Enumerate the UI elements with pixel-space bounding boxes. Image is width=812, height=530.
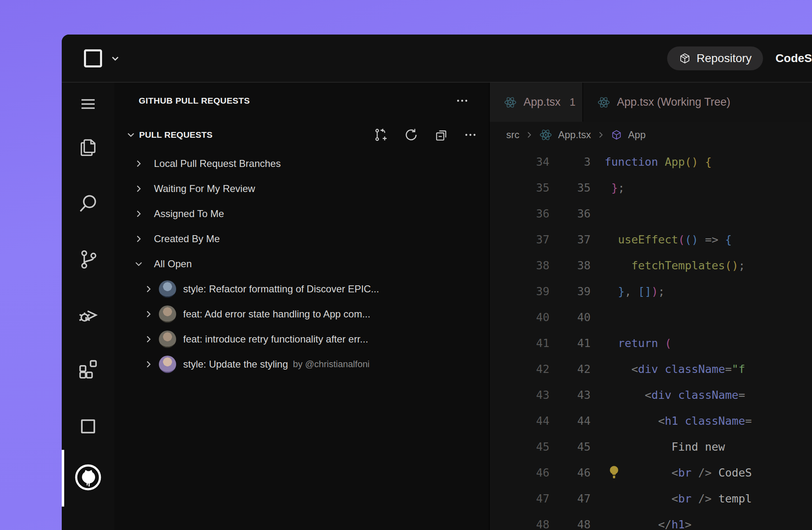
old-line-number: 39	[490, 285, 549, 298]
tree-category-created-by-me[interactable]: Created By Me	[114, 226, 489, 251]
title-bar: Repository CodeS	[62, 35, 812, 83]
code-line[interactable]: 3737 useEffect(() => {	[490, 227, 812, 252]
active-indicator	[62, 450, 64, 507]
pr-item[interactable]: feat: Add error state handling to App co…	[114, 301, 489, 326]
tab-app-tsx[interactable]: App.tsx1	[490, 83, 582, 122]
code-area[interactable]: 343function App() {3535 };36363737 useEf…	[490, 148, 812, 530]
breadcrumb-item-app-tsx[interactable]: App.tsx	[558, 129, 591, 141]
old-line-number: 42	[490, 363, 549, 375]
chevron-right-icon	[143, 285, 154, 294]
code-line[interactable]: 4242 <div className="f	[490, 356, 812, 382]
old-line-number: 43	[490, 389, 549, 401]
code-text: <br /> CodeS	[605, 466, 752, 479]
pr-title: style: Refactor formatting of Discover E…	[183, 283, 379, 295]
pr-title: feat: Add error state handling to App co…	[183, 308, 370, 320]
new-line-number: 42	[549, 363, 591, 375]
code-line[interactable]: 4343 <div className=	[490, 382, 812, 408]
symbol-cube-icon	[611, 129, 622, 141]
tree-category-local-pull-request-branches[interactable]: Local Pull Request Branches	[114, 151, 489, 176]
tree-category-waiting-for-my-review[interactable]: Waiting For My Review	[114, 176, 489, 201]
chevron-down-icon[interactable]	[110, 53, 120, 63]
create-pull-request-icon[interactable]	[373, 127, 389, 143]
source-control-icon[interactable]	[62, 246, 114, 273]
code-text: };	[605, 181, 625, 194]
code-line[interactable]: 4040	[490, 304, 812, 330]
new-line-number: 38	[549, 259, 591, 272]
old-line-number: 44	[490, 414, 549, 427]
chevron-right-icon	[143, 335, 154, 344]
new-line-number: 48	[549, 518, 591, 530]
pr-byline: by @christianalfoni	[293, 359, 370, 370]
repository-button[interactable]: Repository	[667, 46, 763, 70]
code-line[interactable]: 343function App() {	[490, 149, 812, 175]
avatar	[159, 356, 176, 373]
github-icon[interactable]	[62, 464, 114, 491]
chevron-right-icon	[133, 159, 144, 168]
chevron-down-icon	[123, 130, 139, 139]
breadcrumb-separator-icon	[525, 131, 533, 139]
code-line[interactable]: 4747 <br /> templ	[490, 486, 812, 511]
old-line-number: 34	[490, 155, 549, 168]
extensions-icon[interactable]	[62, 356, 114, 382]
lightbulb-icon[interactable]	[606, 464, 622, 482]
more-actions-icon[interactable]	[463, 128, 477, 142]
code-line[interactable]: 4444 <h1 className=	[490, 408, 812, 434]
workspace-square-icon[interactable]	[84, 49, 102, 67]
breadcrumb[interactable]: srcApp.tsxApp	[490, 122, 812, 148]
explorer-icon[interactable]	[62, 134, 114, 161]
main-area: GITHUB PULL REQUESTS PULL REQUESTS	[62, 83, 812, 530]
panel-title: GITHUB PULL REQUESTS	[139, 96, 455, 106]
app-window: Repository CodeS	[62, 35, 812, 530]
run-and-debug-icon[interactable]	[62, 301, 114, 328]
window-icon[interactable]	[62, 413, 114, 440]
new-line-number: 3	[549, 155, 591, 168]
collapse-all-icon[interactable]	[433, 127, 449, 143]
menu-icon[interactable]	[62, 91, 114, 117]
tab-bar: App.tsx1App.tsx (Working Tree)	[490, 83, 812, 122]
code-line[interactable]: 4141 return (	[490, 330, 812, 356]
code-text: function App() {	[605, 155, 712, 168]
search-icon[interactable]	[62, 190, 114, 217]
code-line[interactable]: 4848 </h1>	[490, 511, 812, 530]
refresh-icon[interactable]	[403, 127, 419, 143]
repository-label: Repository	[696, 52, 752, 65]
tree-category-all-open[interactable]: All Open	[114, 251, 489, 276]
pull-requests-section-header[interactable]: PULL REQUESTS	[114, 119, 489, 151]
section-actions	[373, 127, 477, 143]
tab-label: App.tsx (Working Tree)	[617, 96, 731, 109]
pr-title: style: Update the styling	[183, 359, 288, 370]
panel-more-icon[interactable]	[455, 94, 469, 108]
code-line[interactable]: 3535 };	[490, 175, 812, 201]
new-line-number: 41	[549, 337, 591, 349]
tab-label: App.tsx	[523, 96, 561, 109]
code-line[interactable]: 4646 <br /> CodeS	[490, 460, 812, 486]
code-line[interactable]: 3636	[490, 201, 812, 227]
code-line[interactable]: 3838 fetchTemplates();	[490, 252, 812, 278]
pr-item[interactable]: feat: introduce retry functionality afte…	[114, 326, 489, 352]
old-line-number: 48	[490, 518, 549, 530]
editor-group: App.tsx1App.tsx (Working Tree) srcApp.ts…	[489, 83, 812, 530]
old-line-number: 38	[490, 259, 549, 272]
react-icon	[597, 96, 610, 109]
code-line[interactable]: 3939 }, []);	[490, 278, 812, 304]
pr-title: feat: introduce retry functionality afte…	[183, 333, 368, 345]
old-line-number: 45	[490, 440, 549, 453]
panel-header: GITHUB PULL REQUESTS	[114, 83, 489, 119]
pr-item[interactable]: style: Refactor formatting of Discover E…	[114, 276, 489, 301]
pr-item[interactable]: style: Update the stylingby @christianal…	[114, 352, 489, 377]
breadcrumb-item-src[interactable]: src	[506, 129, 519, 141]
tree-category-assigned-to-me[interactable]: Assigned To Me	[114, 201, 489, 226]
tab-app-tsx-working-tree-[interactable]: App.tsx (Working Tree)	[582, 83, 812, 122]
old-line-number: 46	[490, 466, 549, 479]
old-line-number: 40	[490, 311, 549, 324]
old-line-number: 37	[490, 233, 549, 246]
code-text: Find new	[605, 440, 725, 453]
breadcrumb-item-app[interactable]: App	[628, 129, 646, 141]
tree-category-label: Created By Me	[154, 233, 220, 245]
chevron-right-icon	[143, 310, 154, 319]
tree-category-label: Local Pull Request Branches	[154, 158, 281, 169]
code-line[interactable]: 4545 Find new	[490, 434, 812, 460]
tree-category-label: Assigned To Me	[154, 208, 224, 220]
chevron-right-icon	[133, 234, 144, 243]
new-line-number: 37	[549, 233, 591, 246]
